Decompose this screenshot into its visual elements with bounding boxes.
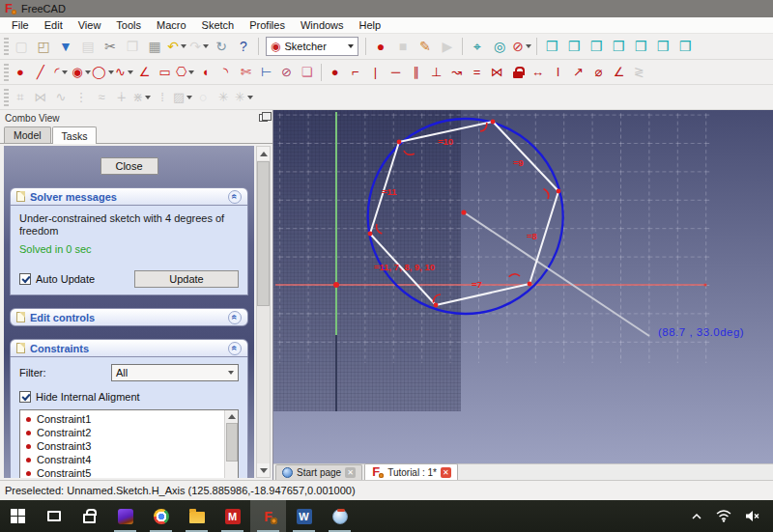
- macro-stop-icon[interactable]: ■: [392, 36, 414, 57]
- constraint-point-on-object-icon[interactable]: ⌐: [346, 63, 365, 82]
- constraint-item[interactable]: Constraint5: [20, 466, 224, 478]
- solver-message[interactable]: Under-constrained sketch with 4 degrees …: [19, 212, 239, 238]
- file-explorer-taskbar-icon[interactable]: [179, 500, 215, 532]
- globe-app-taskbar-icon[interactable]: [322, 500, 358, 532]
- increase-degree-icon[interactable]: ∔: [112, 88, 131, 107]
- create-line-icon[interactable]: ╱: [31, 63, 50, 82]
- auto-update-checkbox[interactable]: Auto Update: [19, 273, 95, 285]
- sketch-canvas[interactable]: =10 =9 =11 =8 =7 =11, 7, 8, 9, 10 (88.7 …: [273, 110, 773, 463]
- constraint-list-scrollbar[interactable]: [224, 410, 238, 478]
- macro-record-icon[interactable]: ●: [370, 36, 391, 57]
- task-view-taskbar-icon[interactable]: [36, 500, 72, 532]
- scrollbar-thumb[interactable]: [226, 423, 238, 462]
- toolbar-grip[interactable]: [4, 38, 9, 55]
- chevron-down-icon[interactable]: [188, 70, 194, 74]
- menu-macro[interactable]: Macro: [149, 18, 194, 32]
- trim-edge-icon[interactable]: ✄: [237, 63, 256, 82]
- copy-icon[interactable]: ❐: [122, 36, 143, 57]
- chevron-down-icon[interactable]: [108, 70, 114, 74]
- constraint-vertical-distance-icon[interactable]: I: [549, 63, 568, 82]
- constraint-horizontal-icon[interactable]: ─: [386, 63, 406, 82]
- volume-muted-icon[interactable]: [745, 510, 759, 522]
- constraint-radius-icon[interactable]: ⌀: [589, 63, 609, 82]
- constraint-angle-icon[interactable]: ∠: [610, 63, 629, 82]
- constraints-header[interactable]: Constraints «: [10, 339, 248, 357]
- menu-tools[interactable]: Tools: [108, 18, 149, 32]
- constraint-tangent-icon[interactable]: ↝: [447, 63, 467, 82]
- constraint-perpendicular-icon[interactable]: ⊥: [427, 63, 446, 82]
- show-curvature-comb-icon[interactable]: ∿: [51, 88, 71, 107]
- constraint-distance-icon[interactable]: ↗: [569, 63, 588, 82]
- constraint-item[interactable]: Constraint2: [20, 426, 224, 439]
- tab-tasks[interactable]: Tasks: [52, 126, 98, 144]
- constraint-vertical-icon[interactable]: |: [366, 63, 386, 82]
- filter-select[interactable]: All: [111, 364, 239, 381]
- select-conflicting-constraints-icon[interactable]: ✳: [214, 88, 233, 107]
- create-polyline-icon[interactable]: ∠: [135, 63, 155, 82]
- start-taskbar-icon[interactable]: [0, 500, 36, 532]
- menu-help[interactable]: Help: [352, 18, 389, 32]
- collapse-section-icon[interactable]: «: [228, 311, 242, 324]
- fit-selection-icon[interactable]: ◎: [489, 36, 510, 57]
- 3d-viewport[interactable]: =10 =9 =11 =8 =7 =11, 7, 8, 9, 10 (88.7 …: [273, 110, 773, 463]
- constraint-item[interactable]: Constraint3: [20, 439, 224, 453]
- menu-profiles[interactable]: Profiles: [242, 18, 293, 32]
- chevron-down-icon[interactable]: [85, 70, 91, 74]
- constraint-equal-icon[interactable]: =: [468, 63, 487, 82]
- chrome-taskbar-icon[interactable]: [143, 500, 179, 532]
- constraint-item[interactable]: Constraint4: [20, 453, 224, 466]
- show-knot-multiplicity-icon[interactable]: ⋮: [72, 88, 91, 107]
- task-panel-scrollbar[interactable]: [256, 146, 271, 478]
- freecad-taskbar-icon[interactable]: F: [250, 500, 286, 532]
- document-tab-start-page[interactable]: Start page✕: [275, 464, 362, 480]
- undo-icon[interactable]: ↶: [166, 36, 187, 57]
- macro-play-icon[interactable]: ▶: [437, 36, 458, 57]
- chevron-down-icon[interactable]: [181, 44, 186, 48]
- carbon-copy-icon[interactable]: ❏: [298, 63, 317, 82]
- switch-virtual-space-icon[interactable]: ✳: [234, 88, 253, 107]
- purple-app-taskbar-icon[interactable]: [107, 500, 143, 532]
- scrollbar-thumb[interactable]: [257, 161, 270, 306]
- create-bspline-icon[interactable]: ∿: [115, 63, 134, 82]
- show-control-polygon-icon[interactable]: ⋈: [31, 88, 50, 107]
- draw-style-icon[interactable]: ⊘: [511, 36, 532, 57]
- decrease-knot-multiplicity-icon[interactable]: ⁞: [153, 88, 172, 107]
- scroll-up-icon[interactable]: [228, 410, 236, 423]
- edit-controls-header[interactable]: Edit controls «: [10, 308, 248, 326]
- constraint-horizontal-distance-icon[interactable]: ↔: [529, 63, 548, 82]
- create-circle-icon[interactable]: ◉: [72, 63, 91, 82]
- menu-windows[interactable]: Windows: [293, 18, 352, 32]
- menu-sketch[interactable]: Sketch: [194, 18, 243, 32]
- constraint-symmetric-icon[interactable]: ⋈: [488, 63, 507, 82]
- create-fillet-icon[interactable]: ◝: [216, 63, 236, 82]
- hide-internal-alignment-checkbox[interactable]: Hide Internal Aligment: [19, 391, 239, 403]
- chevron-down-icon[interactable]: [247, 96, 253, 99]
- checkbox-icon[interactable]: [19, 391, 31, 403]
- create-conic-icon[interactable]: ◯: [92, 63, 114, 82]
- workbench-selector[interactable]: ◉ Sketcher: [266, 37, 358, 56]
- cut-icon[interactable]: ✂: [100, 36, 121, 57]
- extend-edge-icon[interactable]: ⊢: [257, 63, 276, 82]
- tray-expand-icon[interactable]: [691, 511, 702, 522]
- gmail-taskbar-icon[interactable]: M: [215, 500, 250, 532]
- chevron-down-icon[interactable]: [186, 96, 192, 99]
- paste-icon[interactable]: ▦: [144, 36, 165, 57]
- menu-view[interactable]: View: [71, 18, 109, 32]
- create-rectangle-icon[interactable]: ▭: [156, 63, 175, 82]
- document-tab-tutorial-1-[interactable]: FTutorial : 1*✕: [364, 463, 458, 480]
- constraint-lock-icon[interactable]: [508, 63, 528, 82]
- whats-this-icon[interactable]: ?: [233, 36, 254, 57]
- scroll-up-icon[interactable]: [257, 147, 270, 160]
- constraint-coincident-icon[interactable]: ●: [326, 63, 345, 82]
- open-file-icon[interactable]: ◰: [33, 36, 54, 57]
- fit-all-icon[interactable]: ⌖: [467, 36, 488, 57]
- constraint-snell-icon[interactable]: ≷: [630, 63, 649, 82]
- redo-icon[interactable]: ↷: [188, 36, 210, 57]
- view-front-icon[interactable]: ❒: [563, 36, 585, 57]
- collapse-section-icon[interactable]: «: [228, 190, 242, 204]
- create-arc-icon[interactable]: ◜: [51, 63, 71, 82]
- constraint-item[interactable]: Constraint1: [20, 412, 224, 426]
- scroll-down-icon[interactable]: [257, 463, 270, 477]
- close-tab-icon[interactable]: ✕: [345, 467, 356, 478]
- increase-knot-multiplicity-icon[interactable]: ⋇: [132, 88, 152, 107]
